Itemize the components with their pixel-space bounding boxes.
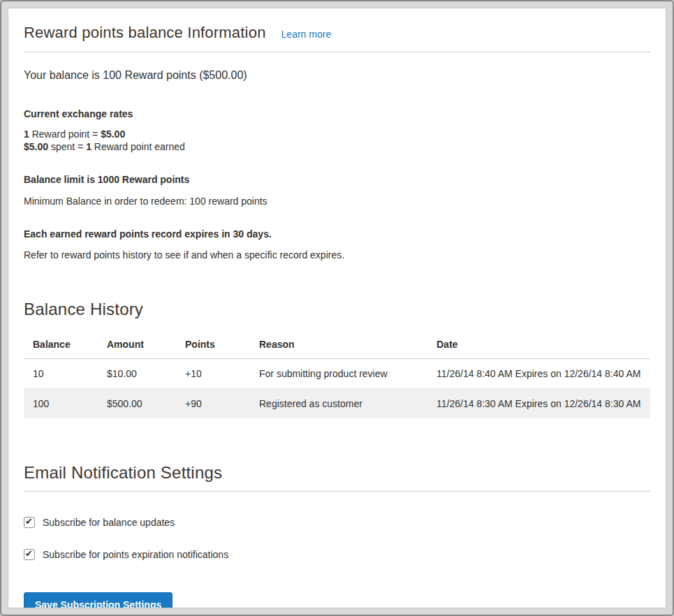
rate-spend-points: 1 bbox=[86, 141, 91, 152]
subscribe-expiration-notifications-row[interactable]: Subscribe for points expiration notifica… bbox=[24, 549, 650, 560]
subscribe-expiration-notifications-label: Subscribe for points expiration notifica… bbox=[43, 549, 228, 560]
expiry-notice: Each earned reward points record expires… bbox=[24, 228, 650, 240]
cell-date: 11/26/14 8:30 AM Expires on 12/26/14 8:3… bbox=[427, 389, 650, 419]
exchange-rates-title: Current exchange rates bbox=[24, 108, 650, 119]
cell-date: 11/26/14 8:40 AM Expires on 12/26/14 8:4… bbox=[427, 359, 650, 389]
expiry-note: Refer to reward points history to see if… bbox=[24, 249, 650, 261]
minimum-balance-text: Minimum Balance in order to redeem: 100 … bbox=[24, 196, 650, 207]
column-header-reason: Reason bbox=[250, 330, 427, 359]
rate-earn-amount: $5.00 bbox=[101, 129, 125, 140]
balance-limit-text: Balance limit is 1000 Reward points bbox=[24, 174, 650, 185]
table-header-row: Balance Amount Points Reason Date bbox=[24, 330, 650, 359]
learn-more-link[interactable]: Learn more bbox=[281, 29, 332, 40]
table-row: 100 $500.00 +90 Registered as customer 1… bbox=[24, 389, 650, 419]
cell-reason: For submitting product review bbox=[250, 359, 427, 389]
cell-amount: $10.00 bbox=[98, 359, 176, 389]
subscribe-balance-updates-checkbox[interactable] bbox=[24, 517, 35, 528]
page-background: Reward points balance Information Learn … bbox=[0, 0, 674, 616]
exchange-rate-earn: 1 Reward point = $5.00 bbox=[24, 128, 650, 140]
rate-spend-tail: Reward point earned bbox=[91, 141, 185, 152]
column-header-balance: Balance bbox=[24, 330, 98, 359]
rate-earn-points: 1 bbox=[24, 129, 29, 140]
column-header-amount: Amount bbox=[98, 330, 176, 359]
cell-amount: $500.00 bbox=[98, 389, 176, 419]
cell-points: +10 bbox=[176, 359, 250, 389]
balance-summary: Your balance is 100 Reward points ($500.… bbox=[24, 69, 650, 82]
cell-balance: 10 bbox=[24, 359, 98, 389]
balance-history-table: Balance Amount Points Reason Date 10 $10… bbox=[24, 330, 650, 418]
balance-history-title: Balance History bbox=[24, 300, 650, 319]
save-subscription-settings-button[interactable]: Save Subscription Settings bbox=[24, 592, 173, 608]
reward-points-card: Reward points balance Information Learn … bbox=[8, 8, 666, 608]
cell-reason: Registered as customer bbox=[250, 389, 427, 419]
page-header: Reward points balance Information Learn … bbox=[24, 20, 650, 52]
cell-balance: 100 bbox=[24, 389, 98, 419]
table-row: 10 $10.00 +10 For submitting product rev… bbox=[24, 359, 650, 389]
column-header-date: Date bbox=[427, 330, 650, 359]
column-header-points: Points bbox=[176, 330, 250, 359]
rate-spend-amount: $5.00 bbox=[24, 141, 48, 152]
email-settings-title: Email Notification Settings bbox=[24, 463, 650, 492]
subscribe-balance-updates-row[interactable]: Subscribe for balance updates bbox=[24, 517, 650, 528]
exchange-rate-spend: $5.00 spent = 1 Reward point earned bbox=[24, 140, 650, 153]
rate-spend-text: spent = bbox=[48, 141, 86, 152]
rate-earn-text: Reward point = bbox=[29, 129, 101, 140]
subscribe-expiration-notifications-checkbox[interactable] bbox=[24, 549, 35, 560]
page-title: Reward points balance Information bbox=[24, 24, 266, 42]
cell-points: +90 bbox=[176, 389, 250, 419]
subscribe-balance-updates-label: Subscribe for balance updates bbox=[43, 517, 175, 528]
